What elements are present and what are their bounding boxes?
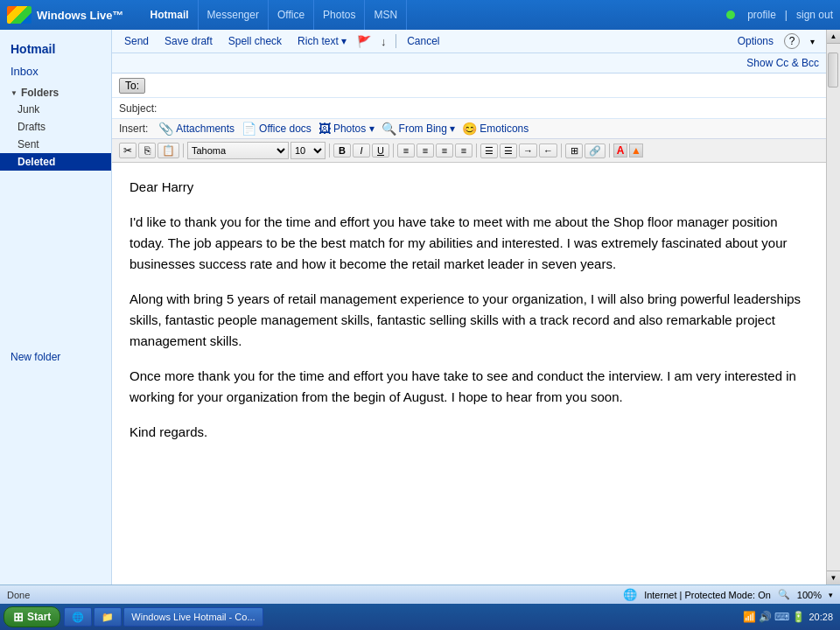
taskbar-window[interactable]: Windows Live Hotmail - Co... [123,607,262,626]
spell-check-button[interactable]: Spell check [223,33,287,49]
start-button[interactable]: ⊞ Start [4,606,60,627]
header-right-links: profile | sign out [726,9,833,21]
to-row: To: [112,74,826,98]
taskbar-folder-icon[interactable]: 📁 [94,607,122,626]
system-tray: 📶 🔊 ⌨ 🔋 [743,611,805,623]
sidebar-folders-toggle[interactable]: ▼ Folders [0,81,111,101]
italic-button[interactable]: I [353,144,370,158]
toolbar-separator [396,34,396,48]
nav-photos[interactable]: Photos [314,0,365,30]
underline-button[interactable]: U [372,144,389,158]
rich-text-button[interactable]: Rich text ▾ [292,33,352,49]
sidebar-folder-sent[interactable]: Sent [0,136,111,153]
browser-window: Windows Live™ Hotmail Messenger Office P… [0,0,840,630]
to-input[interactable] [172,77,819,94]
format-sep-4 [476,144,477,158]
format-cut[interactable]: ✂ [119,143,136,158]
folders-label: Folders [21,87,59,99]
align-left-button[interactable]: ≡ [397,144,415,158]
clock: 20:28 [808,612,833,622]
format-paste[interactable]: 📋 [158,143,179,158]
sidebar-folder-deleted[interactable]: Deleted [0,153,111,171]
insert-emoticons-label: Emoticons [480,122,528,135]
start-label: Start [27,611,51,623]
format-copy[interactable]: ⎘ [138,143,156,158]
table-button[interactable]: ⊞ [565,144,583,158]
to-button[interactable]: To: [119,78,145,94]
new-folder-link[interactable]: New folder [0,346,111,368]
subject-label: Subject: [119,102,172,115]
align-center-button[interactable]: ≡ [416,144,434,158]
subject-input[interactable] [172,102,819,115]
options-button[interactable]: Options [732,33,779,49]
insert-photos[interactable]: 🖼 Photos ▾ [318,122,374,136]
bing-icon: 🔍 [382,122,396,136]
ie-icon: 🌐 [72,612,84,623]
nav-hotmail[interactable]: Hotmail [142,0,199,30]
insert-bar: Insert: 📎 Attachments 📄 Office docs 🖼 Ph… [112,119,826,139]
format-sep-6 [609,144,610,158]
cancel-button[interactable]: Cancel [402,33,444,49]
insert-from-bing[interactable]: 🔍 From Bing ▾ [382,122,456,136]
indent-button[interactable]: → [519,144,537,158]
status-right: 🌐 Internet | Protected Mode: On 🔍 100% ▾ [623,588,833,601]
zoom-dropdown-icon[interactable]: ▾ [829,591,833,599]
insert-attachments[interactable]: 📎 Attachments [158,122,234,136]
bullets-button[interactable]: ☰ [480,144,498,158]
format-sep-1 [183,144,184,158]
insert-office-docs[interactable]: 📄 Office docs [242,122,312,136]
sidebar: Hotmail Inbox ▼ Folders Junk Drafts Sent… [0,30,112,584]
email-greeting: Dear Harry [130,177,808,198]
scroll-thumb[interactable] [828,52,838,88]
scrollbar[interactable]: ▲ ▼ [826,30,840,584]
emoticon-icon: 😊 [462,122,477,136]
show-cc-bcc: Show Cc & Bcc [112,53,826,74]
sidebar-folder-junk[interactable]: Junk [0,101,111,118]
top-header: Windows Live™ Hotmail Messenger Office P… [0,0,840,30]
font-color-button[interactable]: A [613,144,627,158]
scroll-track[interactable] [827,44,840,570]
folder-icon: 📁 [102,612,114,623]
sidebar-inbox[interactable]: Inbox [0,61,111,81]
help-icon[interactable]: ? [784,33,800,49]
to-label-container: To: [119,78,172,94]
scroll-down-button[interactable]: ▼ [827,570,841,584]
align-right-button[interactable]: ≡ [436,144,453,158]
save-draft-button[interactable]: Save draft [159,33,218,49]
insert-label: Insert: [119,122,148,135]
signout-link[interactable]: sign out [796,9,833,21]
link-button[interactable]: 🔗 [584,144,606,158]
taskbar-ie-icon[interactable]: 🌐 [64,607,92,626]
format-sep-5 [561,144,562,158]
outdent-button[interactable]: ← [539,144,557,158]
nav-msn[interactable]: MSN [365,0,407,30]
numbers-button[interactable]: ☰ [500,144,517,158]
main-area: Hotmail Inbox ▼ Folders Junk Drafts Sent… [0,30,840,584]
windows-live-logo: Windows Live™ [7,6,142,24]
email-paragraph-1: I'd like to thank you for the time and e… [130,212,808,275]
insert-emoticons[interactable]: 😊 Emoticons [462,122,528,136]
arrow-icon[interactable]: ▾ [805,34,819,48]
zoom-level: 100% [797,590,822,600]
send-button[interactable]: Send [119,33,154,49]
priority-icon[interactable]: ↓ [376,34,390,48]
sidebar-folder-drafts[interactable]: Drafts [0,118,111,136]
zoom-icon: 🔍 [778,589,790,600]
font-select[interactable]: Tahoma Arial Times New Roman [187,142,289,159]
email-body[interactable]: Dear Harry I'd like to thank you for the… [112,163,826,584]
flag-icon[interactable]: 🚩 [357,34,371,48]
justify-button[interactable]: ≡ [455,144,472,158]
windows-live-flag-icon [7,6,32,24]
highlight-color-button[interactable]: ▲ [629,144,643,158]
taskbar-right: 📶 🔊 ⌨ 🔋 20:28 [739,611,836,623]
profile-link[interactable]: profile [747,9,776,21]
subject-row: Subject: [112,98,826,119]
bold-button[interactable]: B [333,144,351,158]
format-sep-3 [393,144,394,158]
nav-office[interactable]: Office [269,0,314,30]
font-size-select[interactable]: 10 12 14 [290,142,326,159]
scroll-up-button[interactable]: ▲ [827,30,841,44]
nav-messenger[interactable]: Messenger [199,0,269,30]
show-cc-bcc-link[interactable]: Show Cc & Bcc [746,57,819,69]
office-icon: 📄 [242,122,256,136]
